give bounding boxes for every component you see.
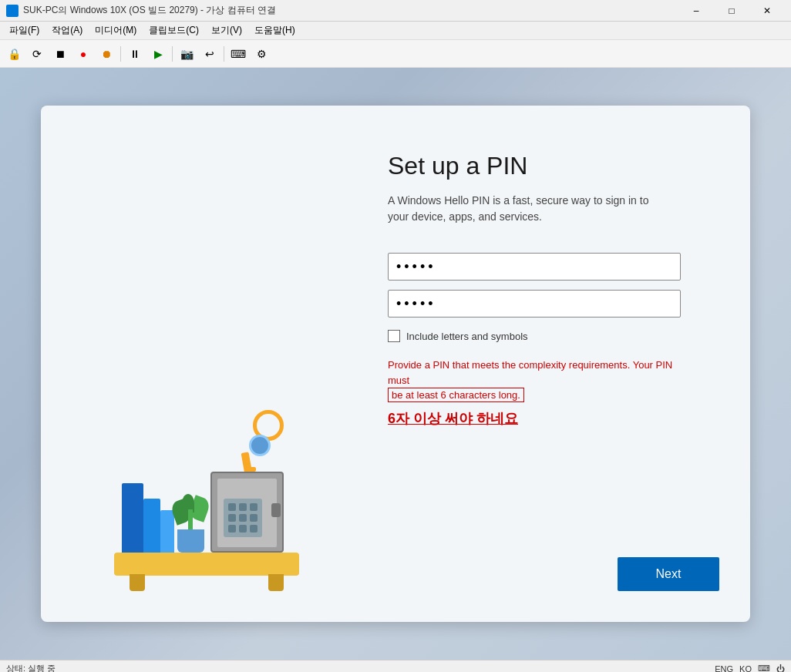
content-area: Set up a PIN A Windows Hello PIN is a fa…	[372, 106, 750, 622]
menu-bar: 파일(F) 작업(A) 미디어(M) 클립보드(C) 보기(V) 도움말(H)	[0, 22, 791, 40]
illustration	[99, 406, 315, 576]
setup-card: Set up a PIN A Windows Hello PIN is a fa…	[41, 106, 750, 622]
key-head-icon	[249, 435, 271, 456]
toolbar-snapshot-btn[interactable]: 📷	[176, 43, 197, 65]
safe-key-9	[250, 525, 257, 533]
error-text-part1: Provide a PIN that meets the complexity …	[388, 359, 672, 386]
close-button[interactable]: ✕	[749, 0, 785, 22]
korean-annotation: 6자 이상 써야 하네요	[388, 409, 681, 428]
safe-key-8	[239, 525, 247, 533]
menu-clipboard[interactable]: 클립보드(C)	[143, 22, 205, 39]
toolbar-separator-3	[224, 46, 224, 62]
title-bar: SUK-PC의 Windows 10X (OS 빌드 20279) - 가상 컴…	[0, 0, 791, 22]
shelf-leg-left-icon	[130, 574, 145, 591]
toolbar: 🔒 ⟳ ⏹ ● ⏺ ⏸ ▶ 📷 ↩ ⌨ ⚙	[0, 40, 791, 68]
plant-pot-icon	[177, 529, 204, 553]
pin-input[interactable]	[388, 253, 681, 281]
menu-file[interactable]: 파일(F)	[3, 22, 45, 39]
toolbar-separator-2	[172, 46, 173, 62]
toolbar-pause-btn[interactable]: ⏸	[124, 43, 146, 65]
safe-key-3	[250, 503, 257, 511]
error-block: Provide a PIN that meets the complexity …	[388, 358, 681, 428]
page-description: A Windows Hello PIN is a fast, secure wa…	[388, 193, 665, 225]
toolbar-btn-5[interactable]: ⏺	[96, 43, 117, 65]
app-icon	[6, 5, 19, 17]
toolbar-btn-4[interactable]: ●	[72, 43, 94, 65]
menu-media[interactable]: 미디어(M)	[89, 22, 143, 39]
book-tall-icon	[122, 483, 143, 553]
include-symbols-checkbox[interactable]	[388, 330, 400, 342]
book-short-icon	[160, 510, 174, 553]
safe-keypad-icon	[224, 499, 262, 537]
menu-action[interactable]: 작업(A)	[45, 22, 89, 39]
safe-key-6	[250, 514, 257, 522]
menu-help[interactable]: 도움말(H)	[248, 22, 301, 39]
shelf-leg-right-icon	[268, 574, 284, 591]
window-controls: – □ ✕	[678, 0, 785, 22]
minimize-button[interactable]: –	[678, 0, 714, 22]
toolbar-settings-btn[interactable]: ⚙	[251, 43, 272, 65]
include-symbols-row: Include letters and symbols	[388, 330, 712, 342]
book-medium-icon	[143, 499, 160, 553]
window-title: SUK-PC의 Windows 10X (OS 빌드 20279) - 가상 컴…	[23, 4, 678, 17]
vm-display-area: Set up a PIN A Windows Hello PIN is a fa…	[0, 68, 791, 660]
toolbar-revert-btn[interactable]: ↩	[199, 43, 220, 65]
toolbar-btn-3[interactable]: ⏹	[49, 43, 71, 65]
include-symbols-label[interactable]: Include letters and symbols	[406, 331, 528, 342]
safe-key-5	[239, 514, 247, 522]
power-icon[interactable]: ⏻	[776, 664, 785, 673]
toolbar-btn-2[interactable]: ⟳	[26, 43, 48, 65]
error-text-main: Provide a PIN that meets the complexity …	[388, 358, 681, 403]
toolbar-ctrl-alt-del-btn[interactable]: ⌨	[227, 43, 249, 65]
page-title: Set up a PIN	[388, 152, 712, 180]
menu-view[interactable]: 보기(V)	[205, 22, 248, 39]
shelf-base-icon	[114, 553, 299, 576]
safe-key-4	[228, 514, 236, 522]
maximize-button[interactable]: □	[714, 0, 749, 22]
safe-key-7	[228, 525, 236, 533]
status-right-area: ENG KO ⌨ ⏻	[715, 664, 785, 672]
safe-key-2	[239, 503, 247, 511]
next-button[interactable]: Next	[618, 557, 719, 591]
error-text-highlighted: be at least 6 characters long.	[388, 388, 524, 402]
lang-ko[interactable]: KO	[739, 664, 752, 673]
lang-eng[interactable]: ENG	[715, 664, 733, 673]
illustration-area	[41, 106, 372, 622]
toolbar-separator-1	[120, 46, 121, 62]
status-bar: 상태: 실행 중 ENG KO ⌨ ⏻	[0, 660, 791, 672]
toolbar-play-btn[interactable]: ▶	[147, 43, 169, 65]
safe-key-1	[228, 503, 236, 511]
status-text: 상태: 실행 중	[6, 663, 56, 672]
confirm-pin-input[interactable]	[388, 290, 681, 318]
keyboard-icon[interactable]: ⌨	[758, 664, 770, 672]
toolbar-lock-btn[interactable]: 🔒	[3, 43, 25, 65]
safe-handle-icon	[271, 503, 281, 517]
